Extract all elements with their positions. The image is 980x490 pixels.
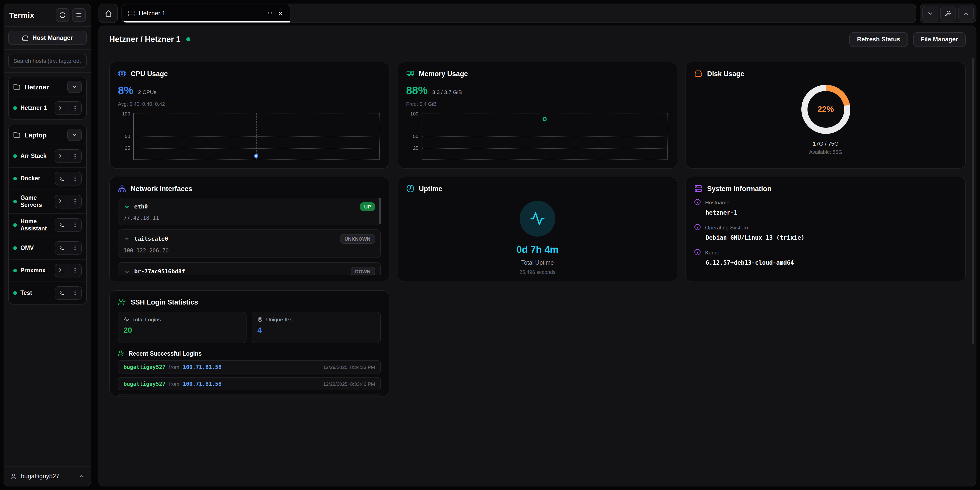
- sysinfo-label-row: Hostname: [694, 199, 957, 205]
- host-terminal-button[interactable]: [55, 102, 68, 115]
- home-button[interactable]: [99, 3, 118, 23]
- host-row-test[interactable]: Test: [9, 281, 86, 304]
- host-row-game-servers[interactable]: Game Servers: [9, 190, 86, 213]
- terminal-icon: [59, 290, 65, 296]
- host-menu-button[interactable]: [68, 150, 81, 163]
- login-user: bugattiguy527: [124, 381, 165, 387]
- refresh-button[interactable]: [56, 8, 69, 22]
- host-row-omv[interactable]: OMV: [9, 236, 86, 259]
- menu-button[interactable]: [72, 8, 86, 22]
- main-area: Hetzner 1 Hetzner / Hetzner 1 Refresh St…: [99, 3, 977, 487]
- info-icon: [694, 249, 701, 255]
- tab-label: Hetzner 1: [139, 10, 263, 17]
- host-row-docker[interactable]: Docker: [9, 167, 86, 190]
- collapse-button[interactable]: [922, 5, 938, 21]
- chevron-up-icon: [79, 473, 85, 479]
- network-interfaces-card: Network Interfaces eth0 UP 77.42.18.11: [109, 177, 389, 282]
- sysinfo-hostname: Hostname hetzner-1: [694, 199, 957, 216]
- group-header-hetzner[interactable]: Hetzner: [9, 77, 86, 97]
- host-row-arr-stack[interactable]: Arr Stack: [9, 145, 86, 167]
- group-collapse-button[interactable]: [67, 129, 82, 141]
- host-actions: [55, 241, 82, 255]
- close-icon[interactable]: [277, 10, 284, 17]
- host-actions: [55, 195, 82, 209]
- sysinfo-label: Kernel: [705, 249, 721, 255]
- card-title: Memory Usage: [419, 70, 468, 77]
- disk-available-text: Available: 56G: [809, 149, 842, 155]
- host-terminal-button[interactable]: [55, 286, 68, 299]
- sysinfo-kernel: Kernel 6.12.57+deb13-cloud-amd64: [694, 249, 957, 266]
- hammer-icon: [945, 10, 951, 17]
- memory-percent: 88%: [406, 84, 428, 97]
- stat-label: Total Logins: [132, 316, 161, 322]
- y-tick: 25: [406, 145, 418, 150]
- host-terminal-button[interactable]: [55, 264, 68, 277]
- host-terminal-button[interactable]: [55, 195, 68, 208]
- interface-row: br-77ac9516bd8f DOWN: [124, 267, 375, 275]
- info-icon: [694, 199, 701, 205]
- uptime-value: 0d 7h 4m: [517, 244, 558, 255]
- host-name: Game Servers: [21, 194, 51, 209]
- host-menu-button[interactable]: [68, 102, 81, 115]
- cpu-chart: 100 50 25: [133, 113, 380, 160]
- tools-button[interactable]: [940, 5, 956, 21]
- search-input[interactable]: [8, 54, 87, 68]
- interface-list: eth0 UP 77.42.18.11 tailscale0 UNKNOWN: [118, 198, 380, 275]
- host-terminal-button[interactable]: [55, 172, 68, 185]
- host-menu-button[interactable]: [68, 264, 81, 277]
- host-status-dot: [13, 200, 17, 203]
- expand-button[interactable]: [958, 5, 974, 21]
- host-row-proxmox[interactable]: Proxmox: [9, 259, 86, 281]
- host-actions: [55, 286, 82, 300]
- group-collapse-button[interactable]: [67, 81, 82, 93]
- host-manager-button[interactable]: Host Manager: [8, 31, 87, 45]
- refresh-status-button[interactable]: Refresh Status: [850, 32, 908, 47]
- terminal-icon: [59, 245, 65, 251]
- wifi-icon: [124, 236, 130, 242]
- host-terminal-button[interactable]: [55, 219, 68, 231]
- group-header-laptop[interactable]: Laptop: [9, 125, 86, 145]
- server-icon: [694, 184, 703, 193]
- login-info: bugattiguy527 from 100.71.81.58: [124, 364, 323, 370]
- host-row-home-assistant[interactable]: Home Assistant: [9, 213, 86, 236]
- host-menu-button[interactable]: [68, 195, 81, 208]
- card-header: SSH Login Statistics: [118, 298, 380, 306]
- kebab-icon: [72, 176, 78, 182]
- status-badge: DOWN: [350, 267, 375, 275]
- host-terminal-button[interactable]: [55, 241, 68, 254]
- user-menu[interactable]: bugattiguy527: [4, 466, 91, 486]
- host-menu-button[interactable]: [68, 219, 81, 231]
- user-check-icon: [118, 350, 124, 357]
- cpu-value-row: 8% 2 CPUs: [118, 84, 380, 97]
- y-tick: 50: [118, 134, 130, 139]
- sysinfo-value: 6.12.57+deb13-cloud-amd64: [706, 259, 957, 266]
- login-row: bugattiguy527 from 100.71.81.58 12/29/20…: [118, 394, 380, 396]
- login-ip: 100.71.81.58: [183, 364, 221, 370]
- host-row-hetzner-1[interactable]: Hetzner 1: [9, 97, 86, 119]
- memory-chart: 100 50 25: [422, 113, 668, 160]
- host-menu-button[interactable]: [68, 286, 81, 299]
- sysinfo-label: Operating System: [705, 224, 748, 230]
- interface-list-scrollbar[interactable]: [379, 198, 380, 224]
- map-pin-icon: [258, 316, 263, 322]
- file-manager-button[interactable]: File Manager: [913, 32, 966, 47]
- stat-label-row: Total Logins: [124, 316, 241, 322]
- card-header: Memory Usage: [406, 70, 669, 78]
- kebab-icon: [72, 198, 78, 204]
- host-menu-button[interactable]: [68, 241, 81, 254]
- host-terminal-button[interactable]: [55, 150, 68, 163]
- ssh-stat-boxes: Total Logins 20 Unique IPs 4: [118, 312, 380, 343]
- panel-scrollbar[interactable]: [972, 58, 974, 344]
- host-name: Proxmox: [21, 267, 51, 274]
- login-timestamp: 12/29/2025, 8:34:33 PM: [323, 364, 375, 370]
- host-menu-button[interactable]: [68, 172, 81, 185]
- split-icon[interactable]: [267, 10, 273, 16]
- host-status-dot: [13, 291, 17, 295]
- uptime-activity-circle: [520, 201, 555, 236]
- host-name: Test: [21, 289, 51, 297]
- terminal-icon: [59, 176, 65, 182]
- memory-detail: 3.3 / 3.7 GiB: [432, 89, 462, 95]
- tab-hetzner-1[interactable]: Hetzner 1: [122, 4, 290, 22]
- interface-name: eth0: [134, 203, 356, 210]
- login-from-label: from: [169, 364, 179, 370]
